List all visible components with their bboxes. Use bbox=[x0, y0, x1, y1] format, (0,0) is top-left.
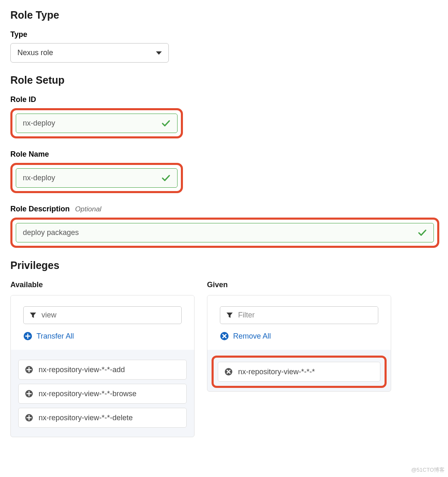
role-id-input[interactable]: nx-deploy bbox=[16, 114, 178, 133]
role-name-label: Role Name bbox=[10, 150, 438, 159]
role-name-value: nx-deploy bbox=[23, 174, 55, 182]
x-circle-icon bbox=[220, 332, 229, 341]
given-item-highlight: nx-repository-view-*-*-* bbox=[212, 356, 387, 388]
available-label: Available bbox=[10, 281, 195, 289]
given-privilege-item[interactable]: nx-repository-view-*-*-* bbox=[218, 362, 380, 382]
privilege-label: nx-repository-view-*-*-delete bbox=[39, 414, 133, 422]
role-desc-label: Role Description Optional bbox=[10, 205, 438, 213]
remove-all-button[interactable]: Remove All bbox=[220, 332, 378, 341]
available-privilege-item[interactable]: nx-repository-view-*-*-add bbox=[18, 360, 187, 380]
check-icon bbox=[161, 174, 170, 182]
chevron-down-icon bbox=[156, 51, 162, 55]
role-id-highlight: nx-deploy bbox=[10, 108, 183, 138]
plus-circle-icon bbox=[24, 413, 34, 422]
available-filter-input[interactable]: view bbox=[23, 306, 182, 324]
available-privilege-item[interactable]: nx-repository-view-*-*-delete bbox=[18, 408, 187, 428]
privilege-label: nx-repository-view-*-*-* bbox=[238, 368, 315, 376]
role-desc-value: deploy packages bbox=[23, 228, 79, 237]
given-filter-input[interactable]: Filter bbox=[220, 306, 378, 324]
available-privilege-item[interactable]: nx-repository-view-*-*-browse bbox=[18, 384, 187, 404]
type-select-value: Nexus role bbox=[17, 48, 53, 57]
role-setup-heading: Role Setup bbox=[10, 74, 438, 86]
type-label: Type bbox=[10, 30, 438, 39]
plus-circle-icon bbox=[24, 365, 34, 374]
given-label: Given bbox=[207, 281, 391, 289]
type-select[interactable]: Nexus role bbox=[10, 43, 169, 63]
given-filter-placeholder: Filter bbox=[238, 311, 255, 320]
optional-tag: Optional bbox=[75, 205, 101, 213]
role-id-value: nx-deploy bbox=[23, 119, 55, 128]
plus-circle-icon bbox=[24, 389, 34, 398]
plus-circle-icon bbox=[23, 332, 32, 341]
transfer-all-button[interactable]: Transfer All bbox=[23, 332, 182, 341]
role-name-highlight: nx-deploy bbox=[10, 163, 183, 193]
role-type-heading: Role Type bbox=[10, 9, 438, 21]
privileges-heading: Privileges bbox=[10, 259, 438, 271]
given-panel: Filter Remove All nx-repository-view-*-*… bbox=[207, 295, 391, 392]
role-desc-input[interactable]: deploy packages bbox=[16, 223, 434, 242]
filter-icon bbox=[29, 312, 37, 319]
available-filter-value: view bbox=[41, 311, 56, 320]
available-panel: view Transfer All nx-repository-view-*-*… bbox=[10, 295, 195, 437]
check-icon bbox=[418, 229, 427, 237]
check-icon bbox=[161, 120, 170, 127]
privilege-label: nx-repository-view-*-*-browse bbox=[39, 390, 136, 398]
available-items: nx-repository-view-*-*-add nx-repository… bbox=[11, 350, 194, 437]
filter-icon bbox=[226, 312, 233, 319]
role-desc-highlight: deploy packages bbox=[10, 218, 439, 248]
role-id-label: Role ID bbox=[10, 95, 438, 104]
x-circle-icon bbox=[224, 367, 233, 376]
given-column: Given Filter Remove All bbox=[207, 281, 391, 437]
privilege-label: nx-repository-view-*-*-add bbox=[39, 366, 125, 374]
role-name-input[interactable]: nx-deploy bbox=[16, 168, 178, 188]
available-column: Available view Transfer All bbox=[10, 281, 195, 437]
